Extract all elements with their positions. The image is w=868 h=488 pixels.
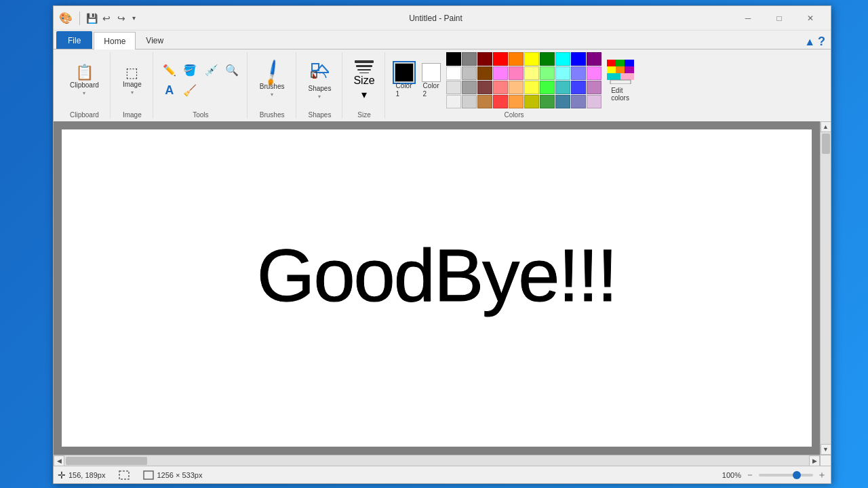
- canvas-white[interactable]: GoodBye!!!: [62, 129, 812, 447]
- palette-color-0[interactable]: [446, 52, 461, 66]
- palette-color-33[interactable]: [493, 95, 508, 108]
- zoom-out-icon[interactable]: －: [745, 469, 755, 481]
- palette-color-32[interactable]: [477, 95, 492, 108]
- palette-color-15[interactable]: [524, 66, 539, 80]
- edit-colors-button[interactable]: Editcolors: [604, 58, 637, 103]
- color1-swatch: [395, 63, 414, 82]
- tab-view[interactable]: View: [136, 31, 174, 49]
- ribbon-collapse-icon[interactable]: ▲: [804, 36, 815, 48]
- palette-color-12[interactable]: [477, 66, 492, 80]
- size-group-label: Size: [357, 108, 370, 119]
- scroll-up-button[interactable]: ▲: [821, 121, 831, 132]
- palette-color-26[interactable]: [540, 81, 555, 94]
- canvas-size-text: 1256 × 533px: [157, 471, 202, 479]
- minimize-button[interactable]: ─: [733, 8, 763, 28]
- tools-grid2: 💉 🔍: [202, 61, 241, 100]
- palette-color-18[interactable]: [571, 66, 586, 80]
- palette-color-10[interactable]: [446, 66, 461, 80]
- image-button[interactable]: ⬚ Image ▾: [117, 63, 147, 98]
- palette-color-7[interactable]: [555, 52, 570, 66]
- zoom-slider[interactable]: [759, 474, 813, 476]
- tab-file[interactable]: File: [56, 31, 92, 49]
- scroll-left-button[interactable]: ◀: [54, 455, 64, 466]
- canvas-text: GoodBye!!!: [257, 232, 616, 318]
- palette-color-25[interactable]: [524, 81, 539, 94]
- undo-button[interactable]: ↩: [99, 11, 114, 26]
- palette-color-6[interactable]: [540, 52, 555, 66]
- brushes-button[interactable]: 🖌️ Brushes ▾: [254, 61, 290, 100]
- scroll-track-vertical[interactable]: [821, 132, 831, 444]
- palette-color-11[interactable]: [462, 66, 477, 80]
- text-tool[interactable]: A: [160, 81, 179, 100]
- scroll-thumb-horizontal[interactable]: [66, 457, 147, 465]
- palette-color-19[interactable]: [587, 66, 601, 80]
- palette-color-36[interactable]: [540, 95, 555, 108]
- fill-tool[interactable]: 🪣: [180, 61, 199, 80]
- close-button[interactable]: ✕: [795, 8, 825, 28]
- group-clipboard: 📋 Clipboard ▾ Clipboard: [59, 52, 111, 119]
- scroll-thumb-vertical[interactable]: [822, 134, 830, 154]
- palette-color-14[interactable]: [509, 66, 524, 80]
- scroll-right-button[interactable]: ▶: [809, 455, 820, 466]
- palette-color-34[interactable]: [509, 95, 524, 108]
- help-icon[interactable]: ?: [818, 35, 825, 49]
- palette-color-2[interactable]: [477, 52, 492, 66]
- palette-color-20[interactable]: [446, 81, 461, 94]
- palette-color-31[interactable]: [462, 95, 477, 108]
- palette-color-1[interactable]: [462, 52, 477, 66]
- palette-color-27[interactable]: [555, 81, 570, 94]
- palette-color-39[interactable]: [587, 95, 601, 108]
- svg-rect-12: [610, 80, 631, 84]
- selection-size: [119, 470, 130, 480]
- palette-color-24[interactable]: [509, 81, 524, 94]
- canvas-size-icon: [143, 470, 154, 480]
- tab-home[interactable]: Home: [94, 32, 136, 49]
- palette-color-17[interactable]: [555, 66, 570, 80]
- save-button[interactable]: 💾: [84, 11, 99, 26]
- group-shapes: Shapes ▾ Shapes: [298, 52, 343, 119]
- shapes-items: Shapes ▾: [303, 52, 337, 108]
- palette-color-22[interactable]: [477, 81, 492, 94]
- palette-color-38[interactable]: [571, 95, 586, 108]
- palette-color-13[interactable]: [493, 66, 508, 80]
- scroll-corner: [820, 455, 831, 466]
- eraser-tool[interactable]: 🧹: [180, 81, 199, 100]
- zoom-slider-thumb[interactable]: [793, 471, 801, 479]
- group-size: Size ▾ Size: [344, 52, 384, 119]
- size-button[interactable]: Size ▾: [349, 58, 378, 104]
- scroll-track-horizontal[interactable]: [64, 455, 809, 466]
- palette-color-3[interactable]: [493, 52, 508, 66]
- palette-color-30[interactable]: [446, 95, 461, 108]
- palette-color-21[interactable]: [462, 81, 477, 94]
- clipboard-button[interactable]: 📋 Clipboard ▾: [64, 62, 104, 99]
- zoom-in-icon[interactable]: ＋: [817, 469, 827, 481]
- scrollbar-vertical[interactable]: ▲ ▼: [820, 121, 831, 455]
- shapes-button[interactable]: Shapes ▾: [303, 59, 337, 102]
- edit-colors-label: Editcolors: [611, 87, 629, 102]
- color1-button[interactable]: Color1: [392, 62, 416, 100]
- color-picker-tool[interactable]: 💉: [202, 61, 221, 80]
- canvas-area[interactable]: GoodBye!!! ▲ ▼ ◀ ▶: [54, 121, 831, 466]
- palette-color-28[interactable]: [571, 81, 586, 94]
- palette-color-4[interactable]: [509, 52, 524, 66]
- palette-color-9[interactable]: [587, 52, 601, 66]
- palette-color-35[interactable]: [524, 95, 539, 108]
- color2-button[interactable]: Color2: [419, 62, 443, 100]
- magnifier-tool[interactable]: 🔍: [222, 61, 241, 80]
- palette-color-8[interactable]: [571, 52, 586, 66]
- quick-access-dropdown[interactable]: ▾: [129, 11, 138, 26]
- restore-button[interactable]: □: [764, 8, 794, 28]
- palette-color-37[interactable]: [555, 95, 570, 108]
- scroll-down-button[interactable]: ▼: [821, 444, 831, 455]
- redo-button[interactable]: ↪: [114, 11, 129, 26]
- palette-color-23[interactable]: [493, 81, 508, 94]
- pencil-tool[interactable]: ✏️: [160, 61, 179, 80]
- palette-color-16[interactable]: [540, 66, 555, 80]
- empty-slot2: [222, 81, 241, 100]
- status-right: 100% － ＋: [722, 469, 827, 481]
- brushes-items: 🖌️ Brushes ▾: [254, 52, 290, 108]
- palette-color-29[interactable]: [587, 81, 601, 94]
- window-controls: ─ □ ✕: [733, 8, 825, 28]
- palette-color-5[interactable]: [524, 52, 539, 66]
- scrollbar-horizontal[interactable]: ◀ ▶: [54, 455, 820, 466]
